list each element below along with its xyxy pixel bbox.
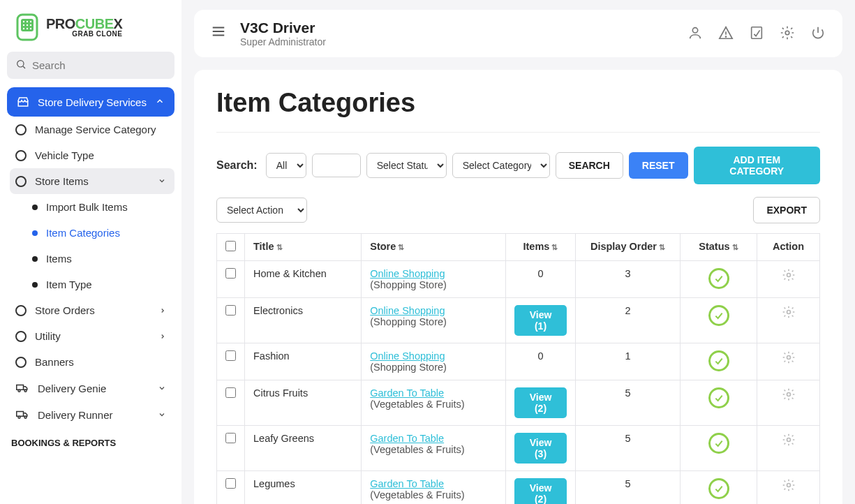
status-active-icon[interactable] [708, 478, 729, 499]
select-all-checkbox[interactable] [225, 241, 236, 251]
chevron-right-icon [159, 330, 166, 342]
view-items-badge[interactable]: View (2) [514, 478, 567, 504]
row-action-gear-icon[interactable] [782, 353, 796, 367]
sidebar-item-delivery-runner[interactable]: Delivery Runner [10, 401, 174, 428]
store-link[interactable]: Garden To Table [370, 387, 444, 399]
svg-line-12 [23, 66, 25, 68]
col-title[interactable]: Title [245, 234, 362, 261]
store-link[interactable]: Garden To Table [370, 433, 444, 444]
status-active-icon[interactable] [708, 305, 729, 326]
search-button[interactable]: SEARCH [556, 152, 623, 179]
row-action-gear-icon[interactable] [782, 436, 796, 450]
label: Banners [35, 356, 74, 368]
categories-table: Title Store Items Display Order Status A… [216, 233, 820, 504]
cell-items: View (1) [506, 298, 576, 343]
row-action-gear-icon[interactable] [782, 481, 796, 495]
row-action-gear-icon[interactable] [782, 308, 796, 322]
category-select[interactable]: Select Category [452, 153, 550, 178]
sidebar-item-import-bulk-items[interactable]: Import Bulk Items [10, 194, 174, 220]
store-link[interactable]: Online Shopping [370, 350, 445, 362]
cell-items: View (3) [506, 426, 576, 471]
col-store[interactable]: Store [362, 234, 506, 261]
reset-button[interactable]: RESET [629, 152, 688, 179]
chevron-down-icon [158, 409, 166, 421]
view-items-badge[interactable]: View (3) [514, 433, 567, 464]
status-active-icon[interactable] [708, 387, 729, 408]
store-link[interactable]: Online Shopping [370, 268, 445, 279]
cell-action [757, 380, 820, 426]
row-action-gear-icon[interactable] [782, 271, 796, 285]
gear-icon[interactable] [780, 25, 795, 43]
sidebar-item-banners[interactable]: Banners [10, 349, 174, 375]
col-display-order[interactable]: Display Order [576, 234, 681, 261]
status-active-icon[interactable] [708, 433, 729, 454]
add-item-category-button[interactable]: ADD ITEM CATEGORY [694, 147, 820, 184]
col-status[interactable]: Status [681, 234, 757, 261]
sidebar-item-manage-service-category[interactable]: Manage Service Category [10, 117, 174, 142]
svg-point-3 [27, 21, 28, 22]
table-row: Leafy GreensGarden To Table(Vegetables &… [217, 426, 820, 471]
export-button[interactable]: EXPORT [753, 197, 820, 223]
note-icon[interactable] [749, 25, 764, 43]
chevron-down-icon [158, 383, 166, 394]
row-checkbox[interactable] [225, 268, 236, 279]
user-icon[interactable] [687, 25, 703, 43]
svg-point-10 [30, 28, 31, 29]
svg-point-27 [787, 274, 790, 277]
store-link[interactable]: Online Shopping [370, 305, 445, 316]
menu-icon[interactable] [211, 24, 226, 43]
cell-items: View (2) [506, 380, 576, 426]
sidebar-search-input[interactable] [32, 59, 166, 71]
sidebar-search[interactable] [7, 52, 174, 79]
chevron-up-icon [155, 96, 165, 108]
sidebar-item-vehicle-type[interactable]: Vehicle Type [10, 142, 174, 168]
view-items-badge[interactable]: View (2) [514, 387, 567, 418]
sidebar-item-item-type[interactable]: Item Type [10, 272, 174, 297]
view-items-badge[interactable]: View (1) [514, 305, 567, 336]
svg-point-22 [692, 27, 697, 32]
sidebar-item-store-orders[interactable]: Store Orders [10, 297, 174, 323]
cell-title: Electronics [245, 298, 362, 343]
label: Utility [35, 330, 61, 342]
app-title: V3C Driver [240, 20, 326, 36]
status-active-icon[interactable] [708, 268, 729, 289]
row-checkbox[interactable] [225, 433, 236, 443]
svg-point-15 [24, 390, 27, 392]
svg-point-26 [785, 31, 789, 35]
row-checkbox[interactable] [225, 387, 236, 398]
sidebar-item-item-categories[interactable]: Item Categories [10, 220, 174, 246]
cell-action [757, 343, 820, 380]
table-row: LegumesGarden To Table(Vegetables & Frui… [217, 471, 820, 505]
search-input[interactable] [312, 154, 361, 177]
user-role: Super Administrator [240, 36, 326, 47]
svg-point-6 [27, 24, 28, 26]
store-link[interactable]: Garden To Table [370, 478, 444, 489]
cell-display-order: 1 [576, 343, 681, 380]
status-select[interactable]: Select Status [366, 153, 447, 178]
row-checkbox[interactable] [225, 478, 236, 489]
truck-icon [15, 408, 29, 421]
power-icon[interactable] [810, 25, 826, 43]
row-action-gear-icon[interactable] [782, 390, 796, 404]
nav-store-delivery-services[interactable]: Store Delivery Services [7, 87, 174, 117]
svg-point-5 [23, 24, 24, 26]
store-subtext: (Shopping Store) [370, 362, 447, 373]
sidebar-item-delivery-genie[interactable]: Delivery Genie [10, 375, 174, 401]
sidebar-item-items[interactable]: Items [10, 246, 174, 272]
bulk-action-select[interactable]: Select Action [216, 198, 307, 223]
cell-items: 0 [506, 261, 576, 298]
cell-display-order: 5 [576, 471, 681, 505]
cell-store: Garden To Table(Vegetables & Fruits) [362, 471, 506, 505]
row-checkbox[interactable] [225, 350, 236, 361]
search-field-select[interactable]: All [266, 153, 306, 178]
warning-icon[interactable] [718, 25, 734, 43]
sidebar-item-store-items[interactable]: Store Items [10, 168, 174, 194]
cell-status [681, 426, 757, 471]
cell-action [757, 298, 820, 343]
col-items[interactable]: Items [506, 234, 576, 261]
cell-title: Home & Kitchen [245, 261, 362, 298]
truck-icon [15, 382, 29, 394]
sidebar-item-utility[interactable]: Utility [10, 323, 174, 349]
status-active-icon[interactable] [708, 350, 729, 371]
row-checkbox[interactable] [225, 305, 236, 316]
